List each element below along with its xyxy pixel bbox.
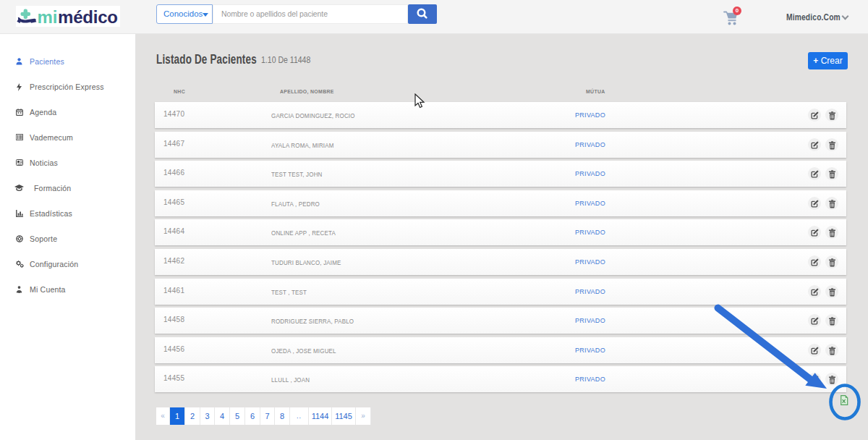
svg-text:mi: mi	[38, 7, 58, 27]
svg-text:médico: médico	[58, 7, 118, 27]
